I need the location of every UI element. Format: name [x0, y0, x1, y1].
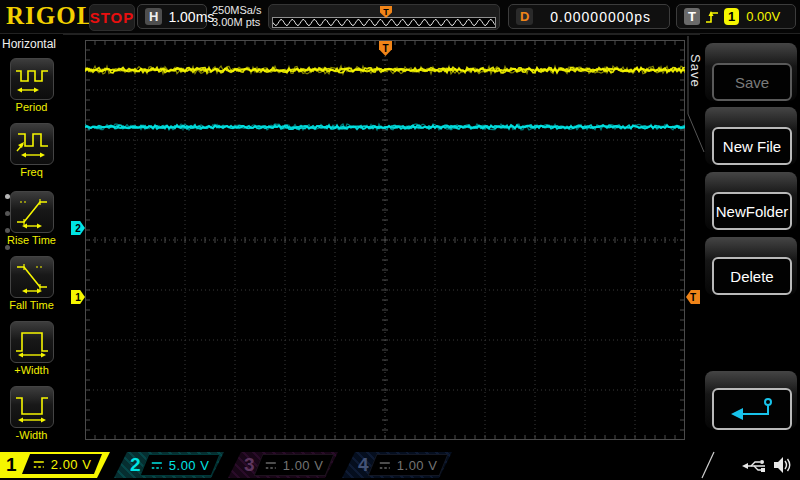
status-divider [698, 451, 720, 479]
sample-rate-block: 250MSa/s 3.00M pts [212, 4, 262, 28]
dc-coupling-icon [151, 461, 163, 470]
speaker-icon [772, 456, 792, 474]
ch1-ground-label: 1 [75, 292, 81, 303]
channel-1-status[interactable]: 1 2.00 V [0, 452, 110, 478]
delete-button-label: Delete [730, 268, 773, 285]
channel-status-bar: 1 2.00 V 2 5.00 V 3 [0, 450, 800, 480]
menu-page-dot [5, 194, 10, 199]
channel-2-number: 2 [130, 453, 141, 477]
channel-4-number: 4 [358, 453, 369, 477]
delay-label: D [516, 8, 533, 25]
delay-box[interactable]: D 0.00000000ps [508, 4, 670, 29]
menu-tab-title: Save [688, 54, 703, 88]
measure-item-label: Rise Time [0, 234, 63, 246]
h-label: H [145, 8, 162, 25]
preview-trigger-label: T [383, 7, 389, 17]
top-status-bar: RIGOL STOP H 1.00ms 250MSa/s 3.00M pts T… [0, 0, 800, 35]
waveform-preview-strip [272, 17, 496, 28]
usb-icon [742, 458, 768, 473]
menu-page-dot [5, 245, 10, 250]
new-folder-button-label: NewFolder [716, 203, 789, 220]
freq-icon [14, 127, 50, 161]
minus-width-icon [14, 390, 50, 424]
back-button[interactable] [712, 388, 792, 430]
oscilloscope-screen: RIGOL STOP H 1.00ms 250MSa/s 3.00M pts T… [0, 0, 800, 480]
softkey-menu: Save Save New File NewFolder Delete [700, 34, 800, 450]
delay-value: 0.00000000ps [550, 9, 651, 25]
memory-depth: 3.00M pts [212, 16, 262, 28]
channel-1-number: 1 [6, 453, 17, 477]
sample-rate: 250MSa/s [212, 4, 262, 16]
scope-grid [85, 40, 685, 440]
measure-menu: Horizontal Period Freq [0, 34, 63, 450]
new-file-button-label: New File [723, 138, 781, 155]
save-button-label: Save [735, 74, 769, 91]
trigger-level-marker[interactable]: T [686, 290, 700, 304]
softkey-section: NewFolder [705, 172, 797, 230]
channel-3-number: 3 [244, 453, 255, 477]
scope-display[interactable]: 2 1 T T [85, 40, 685, 440]
channel-4-scale: 1.00 V [397, 458, 438, 473]
menu-page-dot [5, 211, 10, 216]
trigger-source-badge: 1 [724, 8, 739, 25]
preview-wave-icon [273, 18, 495, 27]
trigger-level-value: 0.00V [746, 9, 780, 24]
channel-4-status[interactable]: 4 1.00 V [342, 452, 452, 478]
new-folder-button[interactable]: NewFolder [712, 192, 792, 230]
measure-item-minus-width[interactable]: -Width [0, 386, 63, 441]
ch1-ground-marker[interactable]: 1 [71, 290, 85, 304]
measure-item-fall-time[interactable]: Fall Time [0, 256, 63, 311]
channel-4-panel: 1.00 V [368, 454, 449, 476]
channel-1-panel: 2.00 V [22, 454, 102, 474]
dc-coupling-icon [379, 461, 391, 470]
dc-coupling-icon [33, 460, 45, 469]
softkey-section: Delete [705, 237, 797, 295]
measure-item-label: +Width [0, 364, 63, 376]
channel-2-scale: 5.00 V [169, 458, 210, 473]
waveform-preview[interactable]: T [268, 4, 500, 30]
measure-item-freq[interactable]: Freq [0, 123, 63, 178]
channel-3-scale: 1.00 V [283, 458, 324, 473]
rigol-logo: RIGOL [6, 0, 94, 32]
horizontal-timebase-box[interactable]: H 1.00ms [137, 4, 207, 29]
measure-item-label: Freq [0, 166, 63, 178]
save-button[interactable]: Save [712, 63, 792, 101]
ch2-ground-marker[interactable]: 2 [71, 221, 85, 235]
delete-button[interactable]: Delete [712, 257, 792, 295]
back-arrow-icon [727, 395, 777, 423]
trigger-level-label: T [690, 292, 696, 303]
softkey-section: New File [705, 107, 797, 165]
save-tab-edge [686, 34, 706, 154]
channel-2-status[interactable]: 2 5.00 V [114, 452, 224, 478]
trigger-label: T [684, 8, 700, 25]
trigger-box[interactable]: T 1 0.00V [676, 4, 796, 29]
run-state-badge: STOP [89, 4, 135, 31]
rise-time-icon [14, 195, 50, 229]
measure-item-label: Fall Time [0, 299, 63, 311]
dc-coupling-icon [265, 461, 277, 470]
measure-item-label: Period [0, 101, 63, 113]
channel-1-scale: 2.00 V [51, 457, 92, 472]
trigger-position-label: T [382, 43, 388, 54]
rising-edge-icon [705, 9, 719, 25]
channel-3-panel: 1.00 V [254, 454, 335, 476]
measure-item-plus-width[interactable]: +Width [0, 321, 63, 376]
ch2-ground-label: 2 [75, 223, 81, 234]
channel-3-status[interactable]: 3 1.00 V [228, 452, 338, 478]
period-icon [14, 62, 50, 96]
measure-item-period[interactable]: Period [0, 58, 63, 113]
new-file-button[interactable]: New File [712, 127, 792, 165]
channel-2-panel: 5.00 V [140, 454, 221, 476]
measure-menu-title: Horizontal [0, 34, 63, 54]
fall-time-icon [14, 260, 50, 294]
softkey-section [705, 371, 797, 429]
plus-width-icon [14, 325, 50, 359]
timebase-value: 1.00ms [168, 9, 214, 25]
softkey-section: Save [705, 43, 797, 101]
measure-item-rise-time[interactable]: Rise Time [0, 191, 63, 246]
run-state-label: STOP [90, 9, 135, 26]
measure-item-label: -Width [0, 429, 63, 441]
menu-page-dot [5, 228, 10, 233]
